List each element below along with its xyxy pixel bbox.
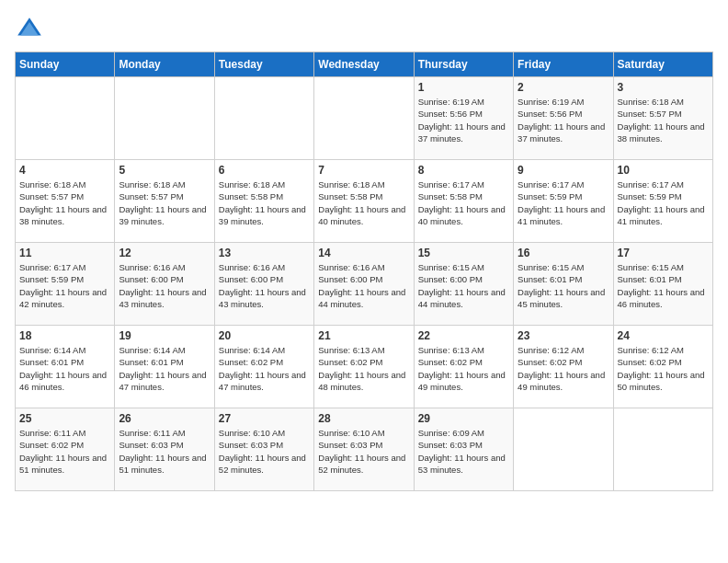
day-info: Sunrise: 6:14 AM Sunset: 6:01 PM Dayligh…	[119, 344, 210, 393]
calendar-cell	[214, 77, 313, 160]
calendar-cell: 9Sunrise: 6:17 AM Sunset: 5:59 PM Daylig…	[514, 160, 613, 243]
calendar-cell: 20Sunrise: 6:14 AM Sunset: 6:02 PM Dayli…	[214, 326, 313, 408]
day-info: Sunrise: 6:13 AM Sunset: 6:02 PM Dayligh…	[318, 344, 409, 393]
day-info: Sunrise: 6:17 AM Sunset: 5:58 PM Dayligh…	[418, 178, 509, 227]
calendar-cell: 23Sunrise: 6:12 AM Sunset: 6:02 PM Dayli…	[514, 326, 613, 408]
logo	[15, 15, 48, 44]
calendar-cell: 22Sunrise: 6:13 AM Sunset: 6:02 PM Dayli…	[414, 326, 513, 408]
day-number: 5	[119, 164, 210, 177]
day-info: Sunrise: 6:18 AM Sunset: 5:58 PM Dayligh…	[219, 178, 310, 227]
day-info: Sunrise: 6:17 AM Sunset: 5:59 PM Dayligh…	[518, 178, 609, 227]
day-number: 27	[219, 412, 310, 425]
calendar-cell: 2Sunrise: 6:19 AM Sunset: 5:56 PM Daylig…	[514, 77, 613, 160]
calendar-header-thursday: Thursday	[414, 52, 513, 77]
day-number: 10	[618, 164, 709, 177]
day-info: Sunrise: 6:18 AM Sunset: 5:57 PM Dayligh…	[618, 96, 709, 144]
calendar-cell: 13Sunrise: 6:16 AM Sunset: 6:00 PM Dayli…	[214, 243, 313, 326]
day-info: Sunrise: 6:10 AM Sunset: 6:03 PM Dayligh…	[219, 427, 310, 476]
day-number: 23	[518, 329, 609, 342]
calendar-cell	[314, 77, 414, 160]
calendar-week-1: 1Sunrise: 6:19 AM Sunset: 5:56 PM Daylig…	[16, 77, 713, 160]
day-info: Sunrise: 6:18 AM Sunset: 5:58 PM Dayligh…	[318, 178, 409, 227]
calendar-header-friday: Friday	[514, 52, 613, 77]
calendar-cell: 4Sunrise: 6:18 AM Sunset: 5:57 PM Daylig…	[16, 160, 115, 243]
day-info: Sunrise: 6:09 AM Sunset: 6:03 PM Dayligh…	[418, 427, 509, 476]
day-info: Sunrise: 6:19 AM Sunset: 5:56 PM Dayligh…	[418, 96, 509, 144]
calendar-cell: 8Sunrise: 6:17 AM Sunset: 5:58 PM Daylig…	[414, 160, 513, 243]
calendar-cell: 24Sunrise: 6:12 AM Sunset: 6:02 PM Dayli…	[613, 326, 712, 408]
calendar-cell: 15Sunrise: 6:15 AM Sunset: 6:00 PM Dayli…	[414, 243, 513, 326]
day-number: 21	[318, 329, 409, 342]
page-header	[15, 15, 713, 44]
calendar-week-2: 4Sunrise: 6:18 AM Sunset: 5:57 PM Daylig…	[16, 160, 713, 243]
calendar-cell: 29Sunrise: 6:09 AM Sunset: 6:03 PM Dayli…	[414, 408, 513, 491]
calendar-cell: 18Sunrise: 6:14 AM Sunset: 6:01 PM Dayli…	[16, 326, 115, 408]
calendar-cell: 6Sunrise: 6:18 AM Sunset: 5:58 PM Daylig…	[214, 160, 313, 243]
logo-icon	[15, 15, 44, 44]
day-info: Sunrise: 6:18 AM Sunset: 5:57 PM Dayligh…	[19, 178, 110, 227]
day-number: 28	[318, 412, 409, 425]
day-number: 8	[418, 164, 509, 177]
day-number: 15	[418, 247, 509, 259]
day-number: 19	[119, 329, 210, 342]
calendar-week-5: 25Sunrise: 6:11 AM Sunset: 6:02 PM Dayli…	[16, 408, 713, 491]
calendar-cell: 12Sunrise: 6:16 AM Sunset: 6:00 PM Dayli…	[115, 243, 214, 326]
day-info: Sunrise: 6:16 AM Sunset: 6:00 PM Dayligh…	[119, 261, 210, 310]
day-number: 29	[418, 412, 509, 425]
calendar-body: 1Sunrise: 6:19 AM Sunset: 5:56 PM Daylig…	[16, 77, 713, 491]
day-info: Sunrise: 6:15 AM Sunset: 6:00 PM Dayligh…	[418, 261, 509, 310]
day-number: 13	[219, 247, 310, 259]
calendar-header-wednesday: Wednesday	[314, 52, 414, 77]
day-info: Sunrise: 6:16 AM Sunset: 6:00 PM Dayligh…	[219, 261, 310, 310]
day-info: Sunrise: 6:13 AM Sunset: 6:02 PM Dayligh…	[418, 344, 509, 393]
day-number: 25	[19, 412, 110, 425]
day-info: Sunrise: 6:14 AM Sunset: 6:01 PM Dayligh…	[19, 344, 110, 393]
calendar-cell	[613, 408, 712, 491]
day-info: Sunrise: 6:10 AM Sunset: 6:03 PM Dayligh…	[318, 427, 409, 476]
calendar-week-4: 18Sunrise: 6:14 AM Sunset: 6:01 PM Dayli…	[16, 326, 713, 408]
day-info: Sunrise: 6:17 AM Sunset: 5:59 PM Dayligh…	[618, 178, 709, 227]
day-info: Sunrise: 6:15 AM Sunset: 6:01 PM Dayligh…	[518, 261, 609, 310]
calendar-header-sunday: Sunday	[16, 52, 115, 77]
calendar-cell: 14Sunrise: 6:16 AM Sunset: 6:00 PM Dayli…	[314, 243, 414, 326]
day-number: 2	[518, 81, 609, 94]
calendar-cell: 19Sunrise: 6:14 AM Sunset: 6:01 PM Dayli…	[115, 326, 214, 408]
day-number: 9	[518, 164, 609, 177]
calendar-cell	[514, 408, 613, 491]
calendar-week-3: 11Sunrise: 6:17 AM Sunset: 5:59 PM Dayli…	[16, 243, 713, 326]
calendar-cell	[115, 77, 214, 160]
calendar-table: SundayMondayTuesdayWednesdayThursdayFrid…	[15, 52, 713, 491]
day-number: 18	[19, 329, 110, 342]
calendar-cell: 21Sunrise: 6:13 AM Sunset: 6:02 PM Dayli…	[314, 326, 414, 408]
day-info: Sunrise: 6:14 AM Sunset: 6:02 PM Dayligh…	[219, 344, 310, 393]
calendar-header-monday: Monday	[115, 52, 214, 77]
day-info: Sunrise: 6:17 AM Sunset: 5:59 PM Dayligh…	[19, 261, 110, 310]
day-info: Sunrise: 6:11 AM Sunset: 6:02 PM Dayligh…	[19, 427, 110, 476]
day-number: 7	[318, 164, 409, 177]
day-number: 24	[618, 329, 709, 342]
calendar-cell: 3Sunrise: 6:18 AM Sunset: 5:57 PM Daylig…	[613, 77, 712, 160]
calendar-cell: 5Sunrise: 6:18 AM Sunset: 5:57 PM Daylig…	[115, 160, 214, 243]
calendar-header-saturday: Saturday	[613, 52, 712, 77]
day-info: Sunrise: 6:18 AM Sunset: 5:57 PM Dayligh…	[119, 178, 210, 227]
calendar-cell: 11Sunrise: 6:17 AM Sunset: 5:59 PM Dayli…	[16, 243, 115, 326]
day-number: 3	[618, 81, 709, 94]
calendar-cell: 10Sunrise: 6:17 AM Sunset: 5:59 PM Dayli…	[613, 160, 712, 243]
calendar-header-row: SundayMondayTuesdayWednesdayThursdayFrid…	[16, 52, 713, 77]
day-number: 1	[418, 81, 509, 94]
day-number: 16	[518, 247, 609, 259]
calendar-cell	[16, 77, 115, 160]
day-number: 11	[19, 247, 110, 259]
day-number: 22	[418, 329, 509, 342]
calendar-cell: 27Sunrise: 6:10 AM Sunset: 6:03 PM Dayli…	[214, 408, 313, 491]
day-number: 6	[219, 164, 310, 177]
day-number: 12	[119, 247, 210, 259]
day-info: Sunrise: 6:15 AM Sunset: 6:01 PM Dayligh…	[618, 261, 709, 310]
calendar-cell: 17Sunrise: 6:15 AM Sunset: 6:01 PM Dayli…	[613, 243, 712, 326]
calendar-cell: 16Sunrise: 6:15 AM Sunset: 6:01 PM Dayli…	[514, 243, 613, 326]
day-info: Sunrise: 6:16 AM Sunset: 6:00 PM Dayligh…	[318, 261, 409, 310]
day-number: 26	[119, 412, 210, 425]
calendar-cell: 26Sunrise: 6:11 AM Sunset: 6:03 PM Dayli…	[115, 408, 214, 491]
day-info: Sunrise: 6:12 AM Sunset: 6:02 PM Dayligh…	[618, 344, 709, 393]
day-number: 14	[318, 247, 409, 259]
